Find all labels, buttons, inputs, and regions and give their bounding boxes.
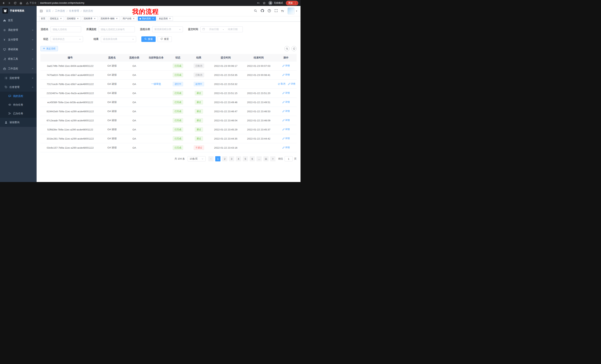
page-button[interactable]: 3 bbox=[229, 156, 234, 161]
sidebar-item-leave-query[interactable]: 请假查询 bbox=[0, 118, 37, 127]
page-button[interactable]: 4 bbox=[236, 156, 241, 161]
cell-category: OA bbox=[124, 82, 144, 86]
process-name-input[interactable] bbox=[52, 28, 79, 31]
tab-close-icon[interactable]: × bbox=[152, 18, 154, 20]
sidebar-item-payment[interactable]: ¥ 支付管理 bbox=[0, 35, 37, 45]
tab-item[interactable]: 流程模型× bbox=[65, 17, 81, 21]
fullscreen-icon[interactable] bbox=[274, 9, 278, 13]
status-select[interactable]: 请选择状态 bbox=[50, 36, 83, 42]
address-bar[interactable]: 不安全 dashboard.yudao.iocoder.cn/bpm/task/… bbox=[26, 1, 84, 5]
breadcrumb-item[interactable]: 工作流程 bbox=[55, 9, 65, 13]
breadcrumb-item[interactable]: 任务管理 bbox=[69, 9, 79, 13]
breadcrumb-item[interactable]: 首页 bbox=[46, 9, 51, 13]
font-size-icon[interactable]: TT bbox=[281, 10, 284, 13]
search-button[interactable]: 搜索 bbox=[141, 36, 156, 42]
sidebar-item-todo-tasks[interactable]: 待办任务 bbox=[0, 100, 37, 109]
tab-close-icon[interactable]: × bbox=[93, 18, 96, 20]
parent-process-input[interactable] bbox=[101, 28, 133, 31]
page-button[interactable]: 6 bbox=[250, 156, 255, 161]
detail-action-button[interactable]: 详情 bbox=[282, 91, 290, 95]
tab-item[interactable]: 用户分组× bbox=[121, 17, 137, 21]
refresh-table-button[interactable] bbox=[291, 46, 297, 51]
detail-action-button[interactable]: 详情 bbox=[282, 146, 290, 149]
forward-icon[interactable] bbox=[8, 2, 11, 4]
category-select[interactable]: 请选择流程分类 bbox=[152, 26, 183, 32]
cell-process-name: OA 请假 bbox=[100, 64, 124, 68]
logo[interactable]: 芋道管理系统 bbox=[0, 6, 37, 16]
create-process-button[interactable]: 发起流程 bbox=[40, 46, 58, 51]
github-icon[interactable] bbox=[260, 9, 264, 13]
detail-action-button[interactable]: 详情 bbox=[282, 73, 290, 77]
page-button[interactable]: 2 bbox=[222, 156, 227, 161]
tab-close-icon[interactable]: × bbox=[169, 18, 171, 20]
sidebar-item-home[interactable]: 首页 bbox=[0, 16, 37, 25]
prev-page-button[interactable] bbox=[208, 156, 214, 161]
app: 芋道管理系统 首页 系统管理 ¥ 支付管理 bbox=[0, 6, 300, 182]
tab-close-icon[interactable]: × bbox=[116, 18, 118, 20]
sidebar-item-done-tasks[interactable]: 已办任务 bbox=[0, 109, 37, 118]
tab-item[interactable]: 流程定义× bbox=[48, 17, 64, 21]
toggle-search-button[interactable] bbox=[284, 46, 290, 51]
reload-icon[interactable] bbox=[14, 2, 17, 4]
reset-button[interactable]: 重置 bbox=[158, 36, 172, 42]
detail-action-button[interactable]: 详情 bbox=[282, 64, 290, 67]
sidebar-item-my-processes[interactable]: 我的流程 bbox=[0, 92, 37, 100]
sidebar-item-devtools[interactable]: 研发工具 bbox=[0, 54, 37, 64]
cancel-action-button[interactable]: 取消 bbox=[278, 82, 285, 86]
tab-item[interactable]: 首页 bbox=[39, 17, 47, 21]
cell-actions: 取消详情 bbox=[275, 82, 297, 86]
update-button[interactable]: 更新 ⋮ bbox=[286, 1, 298, 5]
sidebar-item-process-management[interactable]: 流程管理 bbox=[0, 74, 37, 83]
back-icon[interactable] bbox=[2, 2, 5, 4]
key-icon[interactable] bbox=[257, 2, 260, 4]
current-task-link[interactable]: 一级审批 bbox=[151, 83, 161, 85]
bookmark-star-icon[interactable] bbox=[263, 2, 266, 4]
sidebar-item-system[interactable]: 系统管理 bbox=[0, 25, 37, 35]
tab-close-icon[interactable]: × bbox=[60, 18, 62, 20]
hamburger-icon[interactable] bbox=[40, 10, 43, 12]
home-icon[interactable] bbox=[20, 2, 22, 4]
cell-category: OA bbox=[124, 91, 144, 95]
search-icon[interactable] bbox=[254, 9, 257, 13]
tab-item[interactable]: 流程表单-编辑× bbox=[99, 17, 120, 21]
sidebar-item-infrastructure[interactable]: 基础设施 bbox=[0, 45, 37, 54]
help-icon[interactable] bbox=[268, 9, 271, 13]
date-range-picker[interactable]: 开始日期 - 结束日期 bbox=[200, 26, 243, 32]
tab-close-icon[interactable]: × bbox=[77, 18, 79, 20]
tab-active[interactable]: 我的流程× bbox=[138, 17, 156, 21]
refresh-icon bbox=[160, 38, 163, 41]
page-button[interactable]: 5 bbox=[243, 156, 248, 161]
sidebar-item-task-management[interactable]: 任务管理 bbox=[0, 83, 37, 92]
sidebar-item-label: 研发工具 bbox=[8, 57, 30, 61]
browser-menu-icon[interactable]: ⋮ bbox=[294, 2, 297, 4]
next-page-button[interactable] bbox=[270, 156, 275, 161]
result-tag: 通过 bbox=[195, 109, 203, 114]
pager-more-button[interactable]: ... bbox=[257, 156, 262, 161]
reset-button-label: 重置 bbox=[164, 38, 169, 41]
goto-page-input[interactable] bbox=[285, 156, 293, 161]
page-button[interactable]: 1 bbox=[215, 156, 220, 161]
detail-action-button[interactable]: 详情 bbox=[282, 110, 290, 113]
tab-label: 流程定义 bbox=[50, 17, 59, 20]
result-tag: 通过 bbox=[195, 127, 203, 132]
sidebar-item-workflow[interactable]: 工作流程 bbox=[0, 64, 37, 74]
security-indicator[interactable]: 不安全 bbox=[26, 1, 37, 5]
detail-action-button[interactable]: 详情 bbox=[282, 137, 290, 140]
tab-item[interactable]: 发起流程× bbox=[157, 17, 173, 21]
url-text[interactable]: dashboard.yudao.iocoder.cn/bpm/task/my bbox=[40, 2, 84, 4]
column-header: 编号 bbox=[40, 56, 100, 60]
user-menu[interactable]: ▼ bbox=[288, 7, 298, 14]
tab-item[interactable]: 流程表单× bbox=[82, 17, 98, 21]
page-size-select[interactable]: 10条/页 bbox=[188, 156, 206, 161]
detail-action-button[interactable]: 详情 bbox=[282, 128, 290, 131]
detail-action-button[interactable]: 详情 bbox=[282, 119, 290, 122]
detail-action-button[interactable]: 详情 bbox=[288, 82, 295, 86]
cell-result: 通过 bbox=[188, 109, 210, 114]
result-select[interactable]: 请选择流结果 bbox=[101, 36, 136, 42]
breadcrumb: 首页/工作流程/任务管理/我的流程 bbox=[46, 9, 93, 13]
detail-action-button[interactable]: 详情 bbox=[282, 101, 290, 104]
avatar[interactable] bbox=[288, 7, 295, 14]
detail-icon bbox=[282, 65, 285, 67]
page-button[interactable]: 11 bbox=[263, 156, 269, 161]
tab-close-icon[interactable]: × bbox=[132, 18, 135, 20]
